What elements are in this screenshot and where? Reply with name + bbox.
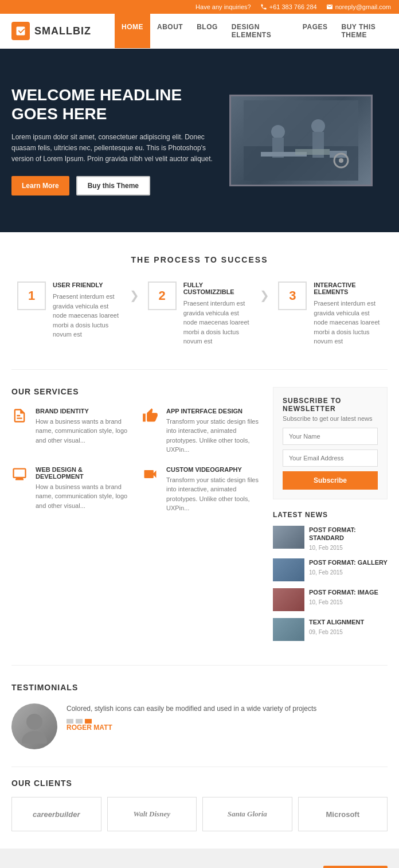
arrow-2: ❯ bbox=[257, 288, 272, 302]
service-brand-title: BRAND IDENTITY bbox=[36, 408, 131, 415]
nav-pages[interactable]: PAGES bbox=[296, 14, 335, 48]
newsletter-title: SUBSCRIBE TO NEWSLETTER bbox=[283, 397, 378, 413]
client-careerbuilder: careerbuilder bbox=[11, 797, 101, 831]
testimonial-box: Colored, stylish icons can easily be mod… bbox=[11, 703, 388, 749]
step-title-1: USER FRIENDLY bbox=[53, 281, 121, 288]
cta-button[interactable]: View More bbox=[323, 866, 388, 868]
news-info-2: POST FORMAT: GALLERY 10, Feb 2015 bbox=[309, 558, 388, 576]
news-info-3: POST FORMAT: IMAGE 10, Feb 2015 bbox=[309, 588, 378, 606]
step-number-1: 1 bbox=[17, 281, 46, 310]
hero-content: WELCOME HEADLINE GOES HERE Lorem ipsum d… bbox=[11, 85, 218, 196]
svg-rect-7 bbox=[295, 149, 330, 155]
client-microsoft: Microsoft bbox=[298, 797, 388, 831]
news-item-3[interactable]: POST FORMAT: IMAGE 10, Feb 2015 bbox=[273, 588, 388, 611]
service-brand-identity: BRAND IDENTITY How a business wants a br… bbox=[11, 408, 131, 455]
news-title-3: POST FORMAT: IMAGE bbox=[309, 588, 378, 596]
service-video-desc: Transform your static design files into … bbox=[166, 475, 261, 513]
news-item-4[interactable]: TEXT ALIGNMENT 09, Feb 2015 bbox=[273, 618, 388, 641]
news-info-1: POST FORMAT: STANDARD 10, Feb 2015 bbox=[309, 526, 388, 552]
service-web-dev: WEB DESIGN & DEVELOPMENT How a business … bbox=[11, 466, 131, 513]
testimonials-section: TESTIMONIALS Colored, stylish icons can … bbox=[0, 666, 399, 767]
service-video-content: CUSTOM VIDEOGRAPHY Transform your static… bbox=[166, 466, 261, 513]
newsletter-email-input[interactable] bbox=[283, 449, 378, 467]
hero-body: Lorem ipsum dolor sit amet, consectetuer… bbox=[11, 132, 218, 165]
step-desc-1: Praesent interdum est gravida vehicula e… bbox=[53, 292, 121, 339]
service-web-title: WEB DESIGN & DEVELOPMENT bbox=[36, 466, 131, 480]
process-step-1: 1 USER FRIENDLY Praesent interdum est gr… bbox=[11, 281, 127, 339]
service-brand-desc: How a business wants a brand name, commu… bbox=[36, 417, 131, 445]
step-desc-3: Praesent interdum est gravida vehicula e… bbox=[314, 299, 382, 346]
logo-text: SMALLBIZ bbox=[34, 25, 91, 37]
hero-buttons: Learn More Buy this Theme bbox=[11, 176, 218, 196]
step-content-2: FULLY CUSTOMIZZIBLE Praesent interdum es… bbox=[183, 281, 252, 346]
service-web-desc: How a business wants a brand name, commu… bbox=[36, 482, 131, 511]
step-desc-2: Praesent interdum est gravida vehicula e… bbox=[183, 299, 252, 346]
nav-about[interactable]: ABOUT bbox=[150, 14, 190, 48]
nav-design-elements[interactable]: DESIGN ELEMENTS bbox=[225, 14, 296, 48]
process-step-3: 3 INTERACTIVE ELEMENTS Praesent interdum… bbox=[272, 281, 388, 346]
header: SMALLBIZ HOME ABOUT BLOG DESIGN ELEMENTS… bbox=[0, 14, 399, 49]
subscribe-button[interactable]: Subscribe bbox=[283, 471, 378, 490]
testimonials-title: TESTIMONIALS bbox=[11, 683, 388, 692]
hero-headline: WELCOME HEADLINE GOES HERE bbox=[11, 85, 218, 124]
svg-point-4 bbox=[311, 119, 325, 133]
thumb-icon bbox=[142, 408, 161, 426]
dot-3[interactable] bbox=[85, 719, 92, 724]
top-bar: Have any inquiries? +61 383 766 284 nore… bbox=[0, 0, 399, 14]
testimonial-author: ROGER MATT bbox=[66, 724, 388, 732]
learn-more-button[interactable]: Learn More bbox=[11, 176, 69, 196]
process-steps: 1 USER FRIENDLY Praesent interdum est gr… bbox=[11, 281, 388, 346]
document-icon bbox=[11, 408, 30, 426]
service-app-title: APP INTERFACE DESIGN bbox=[166, 408, 261, 415]
news-item-1[interactable]: POST FORMAT: STANDARD 10, Feb 2015 bbox=[273, 526, 388, 552]
step-number-2: 2 bbox=[148, 281, 177, 310]
buy-theme-button[interactable]: Buy this Theme bbox=[76, 176, 150, 196]
process-title: THE PROCESS TO SUCCESS bbox=[11, 255, 388, 264]
hero-section: WELCOME HEADLINE GOES HERE Lorem ipsum d… bbox=[0, 49, 399, 232]
cta-section: TAKE YOUR ONLINE BUSINESS TO A HIGHER LE… bbox=[0, 849, 399, 868]
testimonial-photo bbox=[11, 703, 57, 749]
client-santa-gloria: Santa Gloria bbox=[202, 797, 292, 831]
client-logo-3: Santa Gloria bbox=[228, 810, 267, 819]
news-date-3: 10, Feb 2015 bbox=[309, 599, 343, 605]
nav-blog[interactable]: BLOG bbox=[190, 14, 225, 48]
dot-1[interactable] bbox=[66, 719, 73, 724]
news-title-2: POST FORMAT: GALLERY bbox=[309, 558, 388, 566]
clients-section: OUR CLIENTS careerbuilder Walt Disney Sa… bbox=[0, 767, 399, 849]
nav-home[interactable]: HOME bbox=[115, 14, 150, 48]
testimonial-content: Colored, stylish icons can easily be mod… bbox=[66, 703, 388, 732]
arrow-1: ❯ bbox=[127, 288, 142, 302]
service-brand-content: BRAND IDENTITY How a business wants a br… bbox=[36, 408, 131, 445]
testimonial-quote: Colored, stylish icons can easily be mod… bbox=[66, 703, 388, 714]
inquiry-text: Have any inquiries? bbox=[195, 3, 251, 10]
main-nav: HOME ABOUT BLOG DESIGN ELEMENTS PAGES BU… bbox=[115, 14, 399, 48]
logo[interactable]: SMALLBIZ bbox=[0, 22, 115, 40]
client-logo-1: careerbuilder bbox=[33, 810, 80, 819]
service-web-content: WEB DESIGN & DEVELOPMENT How a business … bbox=[36, 466, 131, 511]
services-news-row: OUR SERVICES BRAND IDENTITY How a busine… bbox=[0, 370, 399, 666]
svg-point-11 bbox=[26, 714, 42, 730]
newsletter-subtitle: Subscribe to get our latest news bbox=[283, 415, 378, 422]
nav-buy-theme[interactable]: BUY THIS THEME bbox=[334, 14, 399, 48]
service-app-interface: APP INTERFACE DESIGN Transform your stat… bbox=[142, 408, 261, 455]
phone-number: +61 383 766 284 bbox=[260, 3, 317, 10]
newsletter-name-input[interactable] bbox=[283, 428, 378, 445]
latest-news-title: LATEST NEWS bbox=[273, 511, 388, 519]
news-date-4: 09, Feb 2015 bbox=[309, 629, 343, 635]
news-thumb-2 bbox=[273, 558, 304, 581]
clients-grid: careerbuilder Walt Disney Santa Gloria M… bbox=[11, 797, 388, 831]
news-date-1: 10, Feb 2015 bbox=[309, 545, 343, 551]
hero-image-box bbox=[229, 95, 373, 186]
newsletter-box: SUBSCRIBE TO NEWSLETTER Subscribe to get… bbox=[273, 387, 388, 499]
video-icon bbox=[142, 466, 161, 484]
svg-point-12 bbox=[22, 731, 47, 744]
service-video-title: CUSTOM VIDEOGRAPHY bbox=[166, 466, 261, 473]
news-item-2[interactable]: POST FORMAT: GALLERY 10, Feb 2015 bbox=[273, 558, 388, 581]
service-app-desc: Transform your static design files into … bbox=[166, 417, 261, 455]
news-title-1: POST FORMAT: STANDARD bbox=[309, 526, 388, 542]
testimonial-dots[interactable] bbox=[66, 719, 388, 724]
clients-title: OUR CLIENTS bbox=[11, 779, 388, 788]
process-step-2: 2 FULLY CUSTOMIZZIBLE Praesent interdum … bbox=[142, 281, 257, 346]
dot-2[interactable] bbox=[76, 719, 83, 724]
news-thumb-4 bbox=[273, 618, 304, 641]
